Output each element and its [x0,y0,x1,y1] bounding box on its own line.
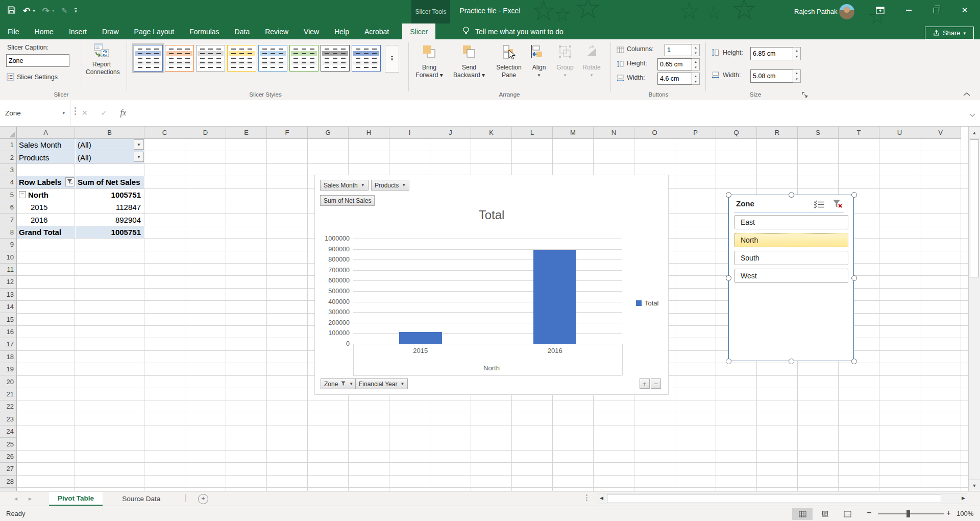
row-header-9[interactable]: 9 [0,239,17,251]
tab-help[interactable]: Help [327,23,357,39]
zoom-slider-thumb[interactable] [906,510,910,517]
column-header-L[interactable]: L [512,127,553,139]
chart-zoom-out-button[interactable]: − [651,378,661,389]
sheet-nav-left-icon[interactable]: ◂ [14,495,17,502]
chart-field-button-sales-month[interactable]: Sales Month▼ [320,180,369,191]
row-header-12[interactable]: 12 [0,276,17,288]
row-header-23[interactable]: 23 [0,413,17,425]
sheet-tab-source-data[interactable]: Source Data [113,492,169,506]
size-width-input[interactable] [750,69,793,83]
buttons-width-input[interactable] [657,73,692,85]
tab-insert[interactable]: Insert [61,23,94,39]
pivot-row-label[interactable]: Grand Total [17,226,75,238]
save-icon[interactable] [7,6,16,16]
tab-file[interactable]: File [0,23,27,39]
restore-button[interactable] [925,0,947,20]
selection-handle[interactable] [789,192,794,198]
slicer-style-light-green[interactable] [289,45,318,72]
customize-qat-icon[interactable]: ▾ [75,8,77,14]
minimize-button[interactable] [897,0,920,20]
filter-dropdown-icon[interactable]: ▼ [134,152,144,162]
row-header-6[interactable]: 6 [0,201,17,214]
column-header-R[interactable]: R [757,127,798,139]
selection-handle[interactable] [726,359,731,364]
pivot-row-label[interactable]: −North [17,189,75,201]
selection-handle[interactable] [851,275,857,281]
tab-review[interactable]: Review [257,23,296,39]
pivot-row-value[interactable]: 1005751 [75,189,144,201]
row-header-8[interactable]: 8 [0,226,17,239]
column-header-N[interactable]: N [594,127,634,139]
sheet-nav-right-icon[interactable]: ▸ [29,495,32,502]
column-header-I[interactable]: I [389,127,430,139]
gallery-more-button[interactable]: ▾ [385,45,399,73]
column-header-M[interactable]: M [553,127,594,139]
horizontal-scroll-thumb[interactable] [607,494,941,503]
pivot-filter-value[interactable]: (All)▼ [75,139,144,151]
buttons-columns-input[interactable] [665,44,692,56]
send-backward-button[interactable]: SendBackward ▾ [449,64,489,79]
slicer-settings-button[interactable]: Slicer Settings [7,73,58,81]
selection-handle[interactable] [726,192,731,198]
columns-spinner[interactable]: ▲▼ [692,44,700,56]
button-height-spinner[interactable]: ▲▼ [692,58,700,70]
column-header-Q[interactable]: Q [716,127,757,139]
chart-axis-field-button-financial-year[interactable]: Financial Year▼ [355,378,408,389]
size-height-input[interactable] [750,47,793,60]
sheet-tab-pivot-table[interactable]: Pivot Table [49,492,103,506]
row-header-4[interactable]: 4 [0,176,17,188]
tab-home[interactable]: Home [27,23,61,39]
tell-me-box[interactable]: Tell me what you want to do [462,23,564,39]
column-header-H[interactable]: H [349,127,389,139]
slicer-item-south[interactable]: South [734,251,848,265]
collapse-ribbon-icon[interactable] [963,89,971,99]
pivot-filter-value[interactable]: (All)▼ [75,151,144,163]
row-header-19[interactable]: 19 [0,363,17,375]
row-header-2[interactable]: 2 [0,151,17,163]
row-header-5[interactable]: 5 [0,189,17,201]
scroll-down-icon[interactable]: ▼ [969,479,980,491]
selection-handle[interactable] [851,192,857,198]
tab-data[interactable]: Data [227,23,258,39]
tab-splitter-handle[interactable] [586,494,587,501]
column-header-V[interactable]: V [920,127,961,139]
row-header-10[interactable]: 10 [0,251,17,264]
row-header-28[interactable]: 28 [0,476,17,488]
row-labels-filter-icon[interactable] [65,177,75,186]
slicer-style-light-gray[interactable] [196,45,225,72]
slicer-style-light-gold[interactable] [227,45,256,72]
close-button[interactable]: ✕ [953,0,976,20]
formula-bar-splitter[interactable] [75,107,76,115]
row-header-24[interactable]: 24 [0,425,17,438]
column-header-K[interactable]: K [471,127,512,139]
user-name[interactable]: Rajesh Pathak [794,8,838,15]
pivot-filter-label[interactable]: Sales Month [17,139,75,151]
multi-select-icon[interactable] [814,200,825,210]
size-height-spinner[interactable]: ▲▼ [793,47,801,60]
row-header-18[interactable]: 18 [0,351,17,363]
tab-page-layout[interactable]: Page Layout [127,23,182,39]
column-header-J[interactable]: J [430,127,471,139]
new-sheet-button[interactable]: + [198,494,208,504]
row-header-26[interactable]: 26 [0,451,17,463]
pivot-row-label[interactable]: 2015 [17,201,75,213]
name-box[interactable]: Zone ▾ [0,100,70,126]
chart-bar-2015[interactable] [399,332,442,344]
selection-handle[interactable] [851,359,857,364]
row-header-15[interactable]: 15 [0,313,17,325]
buttons-width-spinner[interactable]: ▲▼ [692,73,700,85]
row-header-25[interactable]: 25 [0,438,17,450]
tab-slicer[interactable]: Slicer [402,23,435,39]
tab-acrobat[interactable]: Acrobat [357,23,397,39]
pivot-row-value[interactable]: 112847 [75,201,144,213]
vertical-scroll-thumb[interactable] [970,139,979,277]
collapse-outline-icon[interactable]: − [19,191,26,198]
column-header-F[interactable]: F [267,127,308,139]
column-header-B[interactable]: B [75,127,144,139]
scroll-up-icon[interactable]: ▲ [969,127,980,139]
chart-legend[interactable]: Total [636,299,658,307]
buttons-height-input[interactable] [657,58,692,70]
row-header-22[interactable]: 22 [0,400,17,413]
insert-function-icon[interactable]: fx [120,108,126,117]
row-header-1[interactable]: 1 [0,139,17,151]
